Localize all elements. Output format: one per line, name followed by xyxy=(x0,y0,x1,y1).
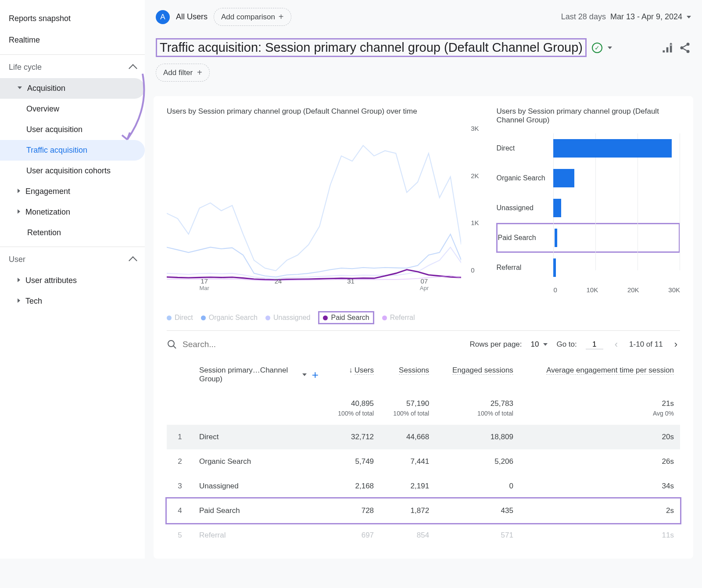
plus-icon: + xyxy=(279,12,284,22)
topbar: A All Users Add comparison+ Last 28 days… xyxy=(145,0,702,34)
bar-row-direct[interactable]: Direct xyxy=(496,133,680,163)
nav-reports-snapshot[interactable]: Reports snapshot xyxy=(0,8,145,29)
nav-engagement[interactable]: Engagement xyxy=(0,181,145,202)
svg-point-1 xyxy=(681,46,684,49)
nav-user-acquisition-cohorts[interactable]: User acquisition cohorts xyxy=(0,161,145,181)
customize-report-icon[interactable] xyxy=(661,42,673,54)
svg-point-2 xyxy=(687,50,690,53)
legend-item-direct[interactable]: Direct xyxy=(167,311,193,324)
totals-row: 40,895100% of total 57,190100% of total … xyxy=(167,391,680,425)
nav-user-acquisition[interactable]: User acquisition xyxy=(0,119,145,140)
date-range-label: Last 28 days xyxy=(561,12,606,22)
page-info: 1-10 of 11 xyxy=(629,340,663,349)
chevron-down-icon[interactable] xyxy=(302,373,307,376)
nav-overview[interactable]: Overview xyxy=(0,99,145,119)
title-row: Traffic acquisition: Session primary cha… xyxy=(145,34,702,57)
bar-row-referral[interactable]: Referral xyxy=(496,253,680,283)
page-title: Traffic acquisition: Session primary cha… xyxy=(156,38,587,57)
table-search-input[interactable] xyxy=(183,340,292,349)
col-users[interactable]: ↓Users xyxy=(325,358,380,391)
legend-item-organic-search[interactable]: Organic Search xyxy=(201,311,258,324)
svg-point-3 xyxy=(168,341,174,347)
goto-input[interactable] xyxy=(586,340,603,349)
verified-icon[interactable]: ✓ xyxy=(592,43,602,53)
data-table: Session primary…Channel Group) + ↓Users … xyxy=(167,358,680,548)
report-card: Users by Session primary channel group (… xyxy=(154,96,693,559)
goto-label: Go to: xyxy=(556,340,577,349)
nav-tech[interactable]: Tech xyxy=(0,291,145,312)
nav-user-attributes[interactable]: User attributes xyxy=(0,270,145,291)
table-controls: Rows per page: 10 Go to: ‹ 1-10 of 11 › xyxy=(167,330,680,358)
nav-monetization[interactable]: Monetization xyxy=(0,202,145,222)
caret-right-icon xyxy=(18,209,20,214)
table-row[interactable]: 3Unassigned2,1682,191034s xyxy=(167,474,680,498)
nav-realtime[interactable]: Realtime xyxy=(0,29,145,51)
bar-row-paid-search[interactable]: Paid Search xyxy=(496,223,680,253)
rows-per-page-label: Rows per page: xyxy=(469,340,522,349)
col-avg-engagement[interactable]: Average engagement time per session xyxy=(519,358,680,391)
caret-right-icon xyxy=(18,278,20,282)
rows-per-page-select[interactable]: 10 xyxy=(531,340,548,349)
add-comparison-button[interactable]: Add comparison+ xyxy=(214,8,291,26)
bar-chart-title: Users by Session primary channel group (… xyxy=(496,107,680,125)
col-sessions[interactable]: Sessions xyxy=(380,358,435,391)
caret-down-icon xyxy=(18,86,22,89)
nav-section-life-cycle[interactable]: Life cycle xyxy=(0,54,145,78)
line-chart-svg[interactable] xyxy=(167,125,461,281)
legend-item-paid-search[interactable]: Paid Search xyxy=(318,311,374,324)
line-chart-legend: DirectOrganic SearchUnassignedPaid Searc… xyxy=(167,311,479,324)
main-content: A All Users Add comparison+ Last 28 days… xyxy=(145,0,702,559)
page-next-button[interactable]: › xyxy=(672,339,680,350)
chevron-down-icon[interactable] xyxy=(608,47,612,49)
table-row[interactable]: 5Referral69785457111s xyxy=(167,523,680,548)
plus-icon: + xyxy=(197,68,202,78)
page-prev-button[interactable]: ‹ xyxy=(612,339,620,350)
nav-section-user[interactable]: User xyxy=(0,247,145,270)
legend-item-referral[interactable]: Referral xyxy=(382,311,415,324)
share-icon[interactable] xyxy=(679,42,691,54)
chevron-up-icon xyxy=(129,256,137,265)
nav-traffic-acquisition[interactable]: Traffic acquisition xyxy=(0,140,145,161)
chevron-up-icon xyxy=(129,64,137,73)
line-chart: Users by Session primary channel group (… xyxy=(167,107,479,324)
bar-chart: Users by Session primary channel group (… xyxy=(496,107,680,324)
svg-point-0 xyxy=(687,43,690,46)
dimension-picker[interactable]: Session primary…Channel Group) xyxy=(199,366,297,384)
bar-row-organic-search[interactable]: Organic Search xyxy=(496,163,680,193)
line-chart-title: Users by Session primary channel group (… xyxy=(167,107,479,116)
chevron-down-icon[interactable] xyxy=(687,16,691,18)
col-engaged[interactable]: Engaged sessions xyxy=(435,358,519,391)
date-range-picker[interactable]: Mar 13 - Apr 9, 2024 xyxy=(610,12,682,22)
caret-right-icon xyxy=(18,189,20,193)
legend-item-unassigned[interactable]: Unassigned xyxy=(265,311,311,324)
nav-retention[interactable]: Retention xyxy=(0,222,145,243)
svg-line-4 xyxy=(173,346,176,348)
add-dimension-button[interactable]: + xyxy=(312,368,319,382)
bar-row-unassigned[interactable]: Unassigned xyxy=(496,193,680,223)
table-row[interactable]: 2Organic Search5,7497,4415,20626s xyxy=(167,449,680,474)
audience-label[interactable]: All Users xyxy=(176,12,208,22)
table-row[interactable]: 1Direct32,71244,66818,80920s xyxy=(167,425,680,449)
nav-acquisition[interactable]: Acquisition xyxy=(0,78,145,99)
add-filter-button[interactable]: Add filter+ xyxy=(156,64,210,82)
sidebar: Reports snapshot Realtime Life cycle Acq… xyxy=(0,0,145,559)
caret-right-icon xyxy=(18,298,20,303)
search-icon xyxy=(167,339,177,350)
audience-avatar[interactable]: A xyxy=(156,10,170,24)
table-row[interactable]: 4Paid Search7281,8724352s xyxy=(167,498,680,523)
chevron-down-icon xyxy=(543,343,548,346)
